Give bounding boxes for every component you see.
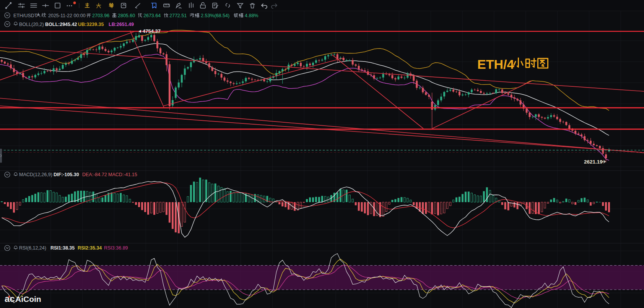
svg-text:RSI2:35.34: RSI2:35.34 [78,245,102,251]
svg-text:ETH/USDT: ETH/USDT [13,13,37,18]
svg-text:BOLL:2945.42: BOLL:2945.42 [45,22,77,27]
svg-text:2805.60: 2805.60 [118,13,135,18]
svg-text:DEA:-84.72: DEA:-84.72 [82,172,107,177]
svg-text:MACD(12,26,9): MACD(12,26,9) [19,172,52,177]
svg-text:2.53%(68.54): 2.53%(68.54) [201,13,229,18]
svg-text:RSI3:36.89: RSI3:36.89 [104,245,128,251]
svg-text:LB:2651.49: LB:2651.49 [109,22,134,27]
svg-text:RSI1:38.35: RSI1:38.35 [50,245,75,251]
svg-text:RSI(6,12,24): RSI(6,12,24) [19,245,46,251]
svg-text:ETH/4: ETH/4 [477,57,514,71]
svg-text:UB:3239.35: UB:3239.35 [78,22,104,27]
svg-text:2025-11-22 00:00: 2025-11-22 00:00 [48,13,86,18]
svg-text:BOLL(20,2): BOLL(20,2) [19,22,44,27]
svg-text:2621.19: 2621.19 [584,159,603,165]
svg-text:2772.51: 2772.51 [169,13,187,18]
svg-text:4.88%: 4.88% [245,13,258,18]
svg-text:2703.96: 2703.96 [92,13,109,18]
svg-text:MACD:-41.15: MACD:-41.15 [108,172,137,177]
svg-text:DIF:-105.30: DIF:-105.30 [54,172,79,177]
svg-text:AiCoin: AiCoin [15,295,41,303]
svg-text:2673.64: 2673.64 [143,13,161,18]
svg-text:ac: ac [5,293,15,304]
svg-text:4754.37: 4754.37 [143,28,161,34]
